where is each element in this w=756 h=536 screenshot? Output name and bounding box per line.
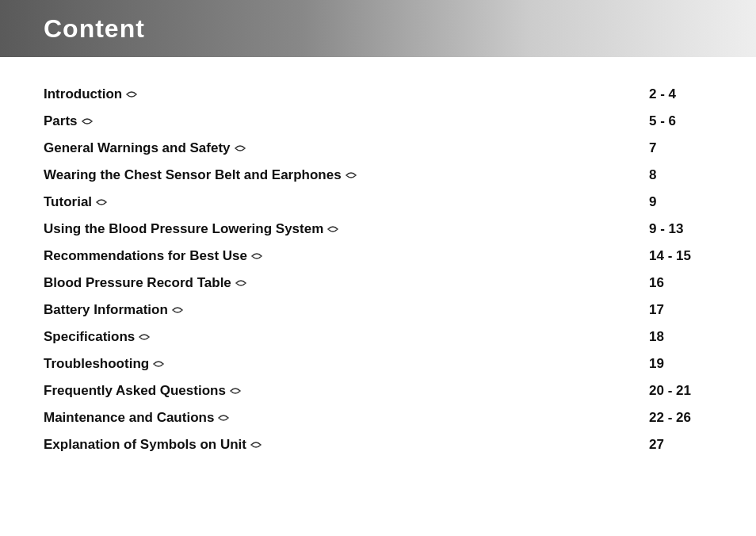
toc-item-page: 19 [649, 356, 712, 372]
toc-row: General Warnings and Safety 7 [44, 135, 712, 162]
toc-item-label: General Warnings and Safety [44, 140, 231, 156]
chevron-right-icon [345, 169, 362, 182]
toc-left: Battery Information [44, 302, 189, 318]
chevron-right-icon [235, 277, 252, 289]
toc-left: Recommendations for Best Use [44, 248, 268, 264]
toc-row: Blood Pressure Record Table 16 [44, 270, 712, 297]
toc-list: Introduction 2 - 4Parts 5 - 6General War… [44, 81, 712, 458]
chevron-right-icon [95, 196, 113, 209]
toc-item-label: Maintenance and Cautions [44, 410, 214, 426]
toc-row: Using the Blood Pressure Lowering System… [44, 216, 712, 243]
chevron-right-icon [171, 304, 189, 316]
toc-item-label: Tutorial [44, 194, 92, 210]
toc-item-page: 20 - 21 [649, 383, 712, 399]
toc-item-page: 16 [649, 275, 712, 291]
chevron-right-icon [234, 142, 251, 155]
chevron-right-icon [152, 358, 170, 370]
chevron-right-icon [250, 438, 267, 451]
toc-row: Recommendations for Best Use 14 - 15 [44, 243, 712, 270]
toc-item-label: Wearing the Chest Sensor Belt and Earpho… [44, 167, 342, 183]
toc-item-page: 8 [649, 167, 712, 183]
toc-item-page: 17 [649, 302, 712, 318]
toc-item-label: Blood Pressure Record Table [44, 275, 231, 291]
toc-row: Troubleshooting 19 [44, 350, 712, 377]
toc-left: Parts [44, 113, 98, 129]
toc-item-page: 2 - 4 [649, 86, 712, 102]
toc-item-label: Using the Blood Pressure Lowering System [44, 221, 323, 237]
toc-content: Introduction 2 - 4Parts 5 - 6General War… [0, 57, 756, 482]
toc-left: Blood Pressure Record Table [44, 275, 252, 291]
toc-item-page: 9 - 13 [649, 221, 712, 237]
toc-item-label: Battery Information [44, 302, 168, 318]
toc-row: Parts 5 - 6 [44, 108, 712, 135]
toc-item-label: Parts [44, 113, 78, 129]
toc-item-page: 22 - 26 [649, 410, 712, 426]
toc-item-label: Introduction [44, 86, 122, 102]
toc-row: Tutorial 9 [44, 189, 712, 216]
toc-left: Explanation of Symbols on Unit [44, 437, 267, 453]
toc-left: General Warnings and Safety [44, 140, 251, 156]
toc-left: Wearing the Chest Sensor Belt and Earpho… [44, 167, 362, 183]
toc-item-page: 27 [649, 437, 712, 453]
toc-row: Battery Information 17 [44, 297, 712, 324]
toc-item-label: Explanation of Symbols on Unit [44, 437, 246, 453]
toc-item-label: Frequently Asked Questions [44, 383, 226, 399]
toc-item-label: Troubleshooting [44, 356, 149, 372]
toc-row: Explanation of Symbols on Unit 27 [44, 431, 712, 458]
chevron-right-icon [125, 88, 143, 101]
toc-row: Introduction 2 - 4 [44, 81, 712, 108]
chevron-right-icon [250, 250, 268, 262]
toc-left: Specifications [44, 329, 155, 345]
toc-item-page: 18 [649, 329, 712, 345]
toc-row: Specifications 18 [44, 324, 712, 350]
chevron-right-icon [138, 331, 155, 343]
toc-left: Frequently Asked Questions [44, 383, 246, 399]
toc-left: Troubleshooting [44, 356, 170, 372]
header: Content [0, 0, 756, 57]
toc-row: Frequently Asked Questions 20 - 21 [44, 377, 712, 404]
toc-left: Using the Blood Pressure Lowering System [44, 221, 344, 237]
page-title: Content [44, 14, 145, 44]
toc-row: Maintenance and Cautions 22 - 26 [44, 404, 712, 431]
toc-item-page: 9 [649, 194, 712, 210]
page: Content Introduction 2 - 4Parts 5 - 6Gen… [0, 0, 756, 536]
chevron-right-icon [81, 115, 98, 128]
toc-item-page: 5 - 6 [649, 113, 712, 129]
toc-item-label: Recommendations for Best Use [44, 248, 247, 264]
chevron-right-icon [229, 385, 246, 397]
toc-row: Wearing the Chest Sensor Belt and Earpho… [44, 162, 712, 189]
toc-item-label: Specifications [44, 329, 135, 345]
toc-left: Tutorial [44, 194, 113, 210]
toc-item-page: 14 - 15 [649, 248, 712, 264]
chevron-right-icon [217, 412, 235, 424]
chevron-right-icon [326, 223, 344, 235]
toc-left: Introduction [44, 86, 143, 102]
toc-left: Maintenance and Cautions [44, 410, 235, 426]
toc-item-page: 7 [649, 140, 712, 156]
